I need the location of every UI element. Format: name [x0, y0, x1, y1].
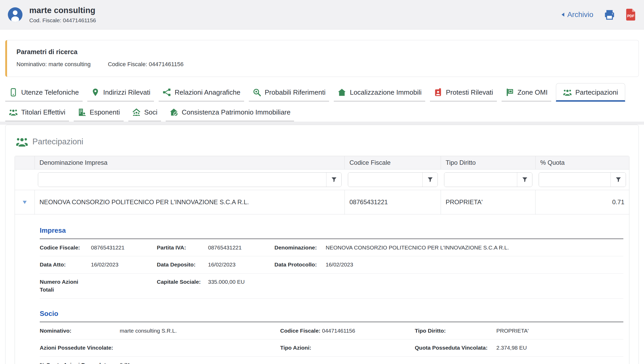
tab-consistenza-patrimonio-immobiliare[interactable]: Consistenza Patrimonio Immobiliare [166, 103, 294, 122]
table-row[interactable]: NEONOVA CONSORZIO POLITECNICO PER L'INNO… [15, 190, 629, 214]
company-avatar-icon [8, 7, 22, 22]
field-value: marte consulting S.R.L. [120, 327, 177, 335]
table-header-quota: % Quota [536, 156, 629, 169]
field-label: Numero Azioni Totali [40, 278, 91, 294]
export-pdf-button[interactable]: PDF [626, 8, 636, 21]
tab-label: Relazioni Anagrafiche [175, 88, 240, 96]
filter-box-codice-fiscale [348, 172, 438, 187]
search-params-title: Parametri di ricerca [16, 48, 629, 56]
tab-esponenti[interactable]: Esponenti [74, 103, 124, 122]
header-actions: Archivio PDF [561, 8, 636, 21]
tab-protesti-rilevati[interactable]: Protesti Rilevati [430, 83, 497, 102]
company-heading: marte consulting Cod. Fiscale: 044714611… [29, 6, 96, 24]
field-label: Azioni Possedute Vincolate: [40, 344, 120, 352]
partecipazioni-table: Denominazione Impresa Codice Fiscale Tip… [15, 156, 629, 364]
map-pin-icon [91, 88, 100, 97]
tab-label: Titolari Effettivi [21, 108, 65, 116]
tab-soci[interactable]: Soci [128, 103, 161, 122]
field-label: Data Deposito: [157, 261, 208, 269]
table-filter-row [15, 169, 629, 190]
tab-label: Probabili Riferimenti [265, 88, 326, 96]
field-value: 16/02/2023 [326, 261, 353, 269]
filter-button-tipo-diritto[interactable] [517, 173, 532, 187]
filter-input-codice-fiscale[interactable] [348, 173, 422, 187]
house-people-icon [132, 108, 141, 117]
field-label: Data Protocollo: [274, 261, 326, 269]
field-label: Denominazione: [274, 244, 326, 252]
tab-bar-secondary: Titolari Effettivi Esponenti Soci Consis… [5, 103, 639, 122]
caret-down-icon [22, 200, 27, 204]
field-value: PROPRIETA' [496, 327, 529, 335]
house-check-icon [169, 108, 178, 117]
socio-block: Socio Nominativo:marte consulting S.R.L.… [40, 310, 623, 364]
funnel-icon [521, 176, 528, 183]
field-label: Tipo Diritto: [415, 327, 496, 335]
tab-indirizzi-rilevati[interactable]: Indirizzi Rilevati [87, 83, 154, 102]
people-group-icon [563, 88, 572, 97]
filter-expand-col [15, 169, 35, 190]
socio-row: Azioni Possedute Vincolate: Tipo Azioni:… [40, 339, 623, 356]
printer-icon [604, 9, 615, 20]
tab-titolari-effettivi[interactable]: Titolari Effettivi [5, 103, 69, 122]
tab-label: Soci [144, 108, 158, 116]
print-button[interactable] [604, 9, 615, 20]
table-header-denominazione: Denominazione Impresa [35, 156, 345, 169]
field-value: 16/02/2023 [91, 261, 118, 269]
tab-probabili-riferimenti[interactable]: Probabili Riferimenti [249, 83, 329, 102]
tab-label: Indirizzi Rilevati [103, 88, 151, 96]
row-codice-fiscale: 08765431221 [345, 190, 441, 214]
tab-label: Utenze Telefoniche [21, 88, 79, 96]
filter-box-quota [539, 172, 626, 187]
row-detail: Impresa Codice Fiscale:08765431221 Parti… [15, 214, 629, 364]
impresa-block: Impresa Codice Fiscale:08765431221 Parti… [40, 226, 623, 299]
field-value: 16/02/2023 [208, 261, 235, 269]
filter-button-quota[interactable] [611, 173, 626, 187]
field-label: Codice Fiscale: [40, 244, 91, 252]
search-location-icon [252, 88, 261, 97]
section-title: Partecipazioni [16, 135, 629, 148]
field-label: Quota Posseduta Vincolata: [415, 344, 496, 352]
company-name: marte consulting [29, 6, 96, 15]
table-header-expand-col [15, 156, 35, 169]
share-nodes-icon [162, 88, 171, 97]
tab-label: Protesti Rilevati [446, 88, 493, 96]
section-title-text: Partecipazioni [32, 137, 83, 146]
field-value: 0.71 [120, 361, 130, 364]
funnel-icon [427, 176, 434, 183]
building-person-icon [77, 108, 86, 117]
collapse-row-button[interactable] [21, 199, 28, 206]
field-label: Nominativo: [40, 327, 120, 335]
company-fiscal-code: Cod. Fiscale: 04471461156 [29, 17, 96, 24]
filter-input-tipo-diritto[interactable] [444, 173, 517, 187]
socio-heading: Socio [40, 310, 623, 318]
sign-post-icon [505, 88, 514, 97]
field-value: 08765431221 [208, 244, 242, 252]
table-header-row: Denominazione Impresa Codice Fiscale Tip… [15, 156, 629, 169]
filter-input-denominazione[interactable] [38, 173, 326, 187]
panel-gap [0, 122, 644, 125]
field-label: Partita IVA: [157, 244, 208, 252]
tab-zone-omi[interactable]: Zone OMI [502, 83, 551, 102]
house-icon [337, 88, 346, 97]
tab-utenze-telefoniche[interactable]: Utenze Telefoniche [5, 83, 83, 102]
pdf-icon-label: PDF [627, 14, 635, 18]
search-param-nominativo: Nominativo: marte consulting [16, 61, 91, 68]
people-group-icon [9, 108, 18, 117]
tab-partecipazioni[interactable]: Partecipazioni [556, 83, 625, 102]
funnel-icon [615, 176, 622, 183]
row-denominazione: NEONOVA CONSORZIO POLITECNICO PER L'INNO… [35, 190, 345, 214]
tab-label: Consistenza Patrimonio Immobiliare [182, 108, 290, 116]
filter-box-denominazione [38, 172, 342, 187]
impresa-row: Codice Fiscale:08765431221 Partita IVA:0… [40, 239, 623, 256]
search-params-card: Parametri di ricerca Nominativo: marte c… [5, 40, 639, 77]
impresa-row: Numero Azioni Totali Capitale Sociale:33… [40, 274, 623, 299]
search-param-codice-fiscale: Codice Fiscale: 04471461156 [108, 61, 183, 68]
filter-button-codice-fiscale[interactable] [422, 173, 438, 187]
tab-localizzazione-immobili[interactable]: Localizzazione Immobili [334, 83, 425, 102]
caret-left-icon [561, 12, 565, 17]
table-header-codice-fiscale: Codice Fiscale [345, 156, 441, 169]
filter-input-quota[interactable] [539, 173, 611, 187]
filter-button-denominazione[interactable] [326, 173, 341, 187]
tab-relazioni-anagrafiche[interactable]: Relazioni Anagrafiche [159, 83, 244, 102]
archive-link[interactable]: Archivio [561, 10, 593, 19]
